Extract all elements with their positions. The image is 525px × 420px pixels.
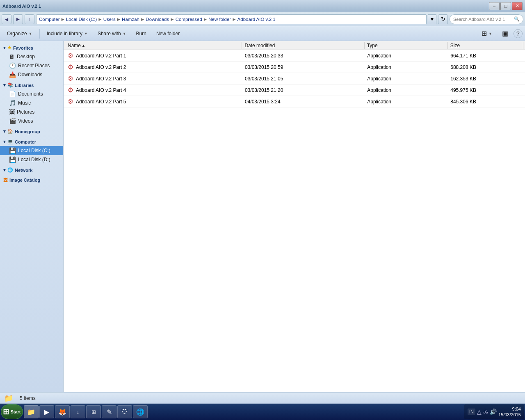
address-dropdown[interactable]: ▼ (428, 14, 436, 24)
sidebar-item-desktop[interactable]: 🖥 Desktop (0, 52, 63, 61)
col-name[interactable]: Name ▲ (65, 42, 242, 49)
computer-header[interactable]: ▾ 💻 Computer (0, 137, 63, 146)
taskbar-app5[interactable]: ⊞ (86, 405, 101, 418)
network-collapse-icon: ▾ (3, 167, 6, 173)
forward-button[interactable]: ► (13, 14, 23, 24)
status-bar: 📁 5 items (0, 392, 525, 404)
sidebar-item-local-c[interactable]: 💾 Local Disk (C:) (0, 146, 63, 155)
sidebar-item-videos[interactable]: 🎬 Videos (0, 116, 63, 126)
status-folder-icon: 📁 (4, 394, 13, 403)
file-size-cell: 664.171 KB (448, 52, 523, 59)
include-library-button[interactable]: Include in library ▼ (42, 28, 92, 39)
path-downloads[interactable]: Downloads (146, 17, 169, 22)
documents-icon: 📄 (9, 91, 16, 97)
music-icon: 🎵 (9, 100, 16, 106)
sidebar-item-local-d[interactable]: 💾 Local Disk (D:) (0, 155, 63, 164)
favorites-star-icon: ★ (7, 45, 11, 50)
sidebar-item-recent[interactable]: 🕐 Recent Places (0, 61, 63, 70)
sidebar-item-music[interactable]: 🎵 Music (0, 98, 63, 107)
taskbar-app8[interactable]: 🌐 (133, 405, 148, 418)
path-users[interactable]: Users (103, 17, 116, 22)
address-path[interactable]: Computer ► Local Disk (C:) ► Users ► Ham… (36, 14, 427, 24)
file-name-cell: ⚙ Adboard AIO v.2 Part 2 (65, 62, 242, 72)
videos-icon: 🎬 (9, 118, 16, 124)
window-controls: – □ ✕ (489, 2, 523, 10)
include-arrow: ▼ (84, 32, 88, 36)
col-date[interactable]: Date modified (242, 42, 364, 49)
taskbar-app6[interactable]: ✎ (102, 405, 116, 418)
table-row[interactable]: ⚙ Adboard AIO v.2 Part 2 03/03/2015 20:5… (64, 62, 525, 73)
table-row[interactable]: ⚙ Adboard AIO v.2 Part 3 03/03/2015 21:0… (64, 73, 525, 84)
file-size-cell: 495.975 KB (448, 87, 523, 94)
new-folder-button[interactable]: New folder (152, 28, 184, 39)
path-hamzah[interactable]: Hamzah (122, 17, 139, 22)
path-computer[interactable]: Computer (39, 17, 60, 22)
homegroup-header[interactable]: ▾ 🏠 Homegroup (0, 127, 63, 136)
col-size[interactable]: Size (448, 42, 523, 49)
share-button[interactable]: Share with ▼ (93, 28, 131, 39)
taskbar-firefox[interactable]: 🦊 (55, 405, 70, 418)
taskbar-media-player[interactable]: ▶ (39, 405, 54, 418)
preview-button[interactable]: ▣ (498, 28, 513, 39)
back-button[interactable]: ◄ (2, 14, 11, 24)
computer-section: ▾ 💻 Computer 💾 Local Disk (C:) 💾 Local D… (0, 137, 63, 164)
sidebar-item-documents[interactable]: 📄 Documents (0, 89, 63, 98)
computer-icon: 💻 (7, 139, 13, 144)
sidebar-item-pictures[interactable]: 🖼 Pictures (0, 107, 63, 116)
file-type-cell: Application (365, 87, 448, 94)
file-size-cell: 688.208 KB (448, 64, 523, 71)
image-catalog-header[interactable]: 🖼 Image Catalog (0, 176, 63, 184)
search-icon: 🔍 (514, 16, 520, 22)
close-button[interactable]: ✕ (512, 2, 523, 10)
path-adboard[interactable]: Adboard AIO v.2 1 (237, 17, 276, 22)
file-name-cell: ⚙ Adboard AIO v.2 Part 3 (65, 74, 242, 83)
file-name-cell: ⚙ Adboard AIO v.2 Part 1 (65, 51, 242, 60)
tray-network-icon[interactable]: 🖧 (483, 409, 488, 415)
file-name-cell: ⚙ Adboard AIO v.2 Part 5 (65, 97, 242, 106)
libraries-header[interactable]: ▾ 📚 Libraries (0, 81, 63, 89)
favorites-header[interactable]: ▾ ★ Favorites (0, 43, 63, 52)
file-icon: ⚙ (68, 63, 73, 71)
sort-arrow-name: ▲ (82, 43, 85, 48)
sidebar-item-downloads[interactable]: 📥 Downloads (0, 70, 63, 79)
start-button[interactable]: ⊞ Start (1, 404, 23, 419)
sidebar: ▾ ★ Favorites 🖥 Desktop 🕐 Recent Places … (0, 41, 64, 392)
search-input[interactable] (453, 17, 514, 22)
desktop-icon: 🖥 (9, 53, 15, 60)
col-type[interactable]: Type (365, 42, 448, 49)
network-header[interactable]: ▾ 🌐 Network (0, 166, 63, 174)
search-box[interactable]: 🔍 (450, 14, 523, 24)
language-indicator[interactable]: IN (468, 409, 475, 415)
path-compressed[interactable]: Compressed (176, 17, 202, 22)
taskbar-app7[interactable]: 🛡 (117, 405, 132, 418)
toolbar: Organize ▼ Include in library ▼ Share wi… (0, 26, 525, 41)
tray-volume-icon[interactable]: 🔊 (490, 409, 497, 415)
path-newfolder[interactable]: New folder (208, 17, 231, 22)
network-section: ▾ 🌐 Network (0, 166, 63, 174)
status-item-count: 5 items (20, 395, 36, 401)
share-arrow: ▼ (123, 32, 126, 36)
table-row[interactable]: ⚙ Adboard AIO v.2 Part 5 04/03/2015 3:24… (64, 96, 525, 107)
file-size-cell: 845.306 KB (448, 98, 523, 105)
taskbar-file-explorer[interactable]: 📁 (24, 405, 39, 418)
refresh-button[interactable]: ↻ (438, 14, 448, 24)
table-row[interactable]: ⚙ Adboard AIO v.2 Part 4 03/03/2015 21:2… (64, 84, 525, 96)
path-local-c[interactable]: Local Disk (C:) (66, 17, 97, 22)
organize-button[interactable]: Organize ▼ (2, 28, 37, 39)
table-row[interactable]: ⚙ Adboard AIO v.2 Part 1 03/03/2015 20:3… (64, 50, 525, 62)
system-clock: 9:04 15/03/2015 (498, 406, 521, 418)
help-button[interactable]: ? (514, 29, 523, 38)
file-date-cell: 03/03/2015 21:05 (242, 75, 365, 82)
file-type-cell: Application (365, 75, 448, 82)
libraries-icon: 📚 (7, 82, 13, 88)
views-button[interactable]: ⊞▼ (477, 28, 497, 39)
file-type-cell: Application (365, 52, 448, 59)
burn-button[interactable]: Burn (132, 28, 151, 39)
up-button[interactable]: ↑ (25, 14, 34, 24)
file-icon: ⚙ (68, 75, 73, 82)
minimize-button[interactable]: – (489, 2, 500, 10)
system-tray: IN △ 🖧 🔊 9:04 15/03/2015 (464, 404, 524, 419)
taskbar-torrent[interactable]: ↓ (71, 405, 85, 418)
maximize-button[interactable]: □ (500, 2, 511, 10)
tray-notifications-icon[interactable]: △ (477, 409, 482, 415)
